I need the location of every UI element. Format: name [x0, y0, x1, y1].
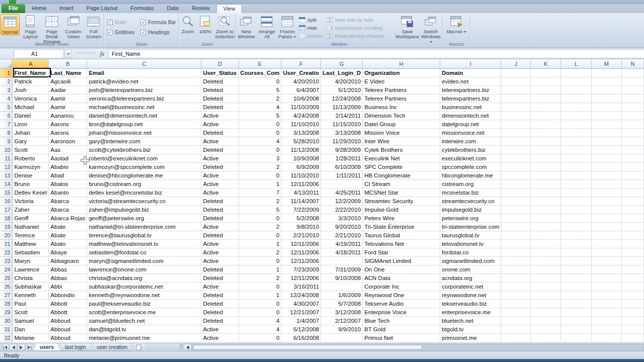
- cell-L12[interactable]: [561, 162, 592, 171]
- unhide-button[interactable]: Unhide: [297, 32, 325, 40]
- column-header-F[interactable]: F: [281, 59, 321, 68]
- cell-D22[interactable]: Active: [201, 248, 238, 256]
- cell-B19[interactable]: Abate: [49, 222, 87, 231]
- insert-worksheet-button[interactable]: [132, 343, 147, 351]
- tab-review[interactable]: Review: [185, 4, 216, 13]
- cell-L20[interactable]: [561, 231, 592, 239]
- cell-K2[interactable]: [531, 77, 561, 85]
- row-header-14[interactable]: 14: [0, 179, 13, 188]
- cell-F7[interactable]: 11/10/2010: [281, 120, 321, 128]
- cell-E26[interactable]: 0: [238, 282, 281, 291]
- cell-E18[interactable]: 0: [238, 214, 281, 222]
- cell-K4[interactable]: [531, 94, 561, 103]
- cell-N1[interactable]: [622, 68, 644, 77]
- save-workspace-button[interactable]: Save Workspace: [395, 14, 419, 39]
- row-header-30[interactable]: 30: [0, 316, 13, 325]
- cell-K11[interactable]: [531, 154, 561, 162]
- cell-K6[interactable]: [531, 111, 561, 120]
- cell-H17[interactable]: Impulse Gold: [363, 205, 440, 214]
- column-header-M[interactable]: M: [591, 59, 621, 68]
- cell-C4[interactable]: veronica@telerexpartners.biz: [87, 94, 201, 103]
- cell-C32[interactable]: melanie@primusnet.me: [87, 333, 201, 342]
- cell-A13[interactable]: Denise: [13, 171, 49, 179]
- cell-J13[interactable]: [501, 171, 531, 179]
- cell-G30[interactable]: 2/12/2007: [321, 316, 363, 325]
- row-header-11[interactable]: 11: [0, 154, 13, 162]
- cell-M31[interactable]: [591, 325, 621, 333]
- cell-E12[interactable]: 2: [238, 162, 281, 171]
- tab-formulas[interactable]: Formulas: [124, 4, 160, 13]
- cell-L14[interactable]: [561, 179, 592, 188]
- cell-M13[interactable]: [591, 171, 621, 179]
- cell-D27[interactable]: Deleted: [201, 291, 238, 299]
- first-sheet-button[interactable]: [2, 344, 9, 350]
- cell-B11[interactable]: Aastad: [49, 154, 87, 162]
- row-header-21[interactable]: 21: [0, 239, 13, 248]
- cell-G14[interactable]: [321, 179, 363, 188]
- cell-E9[interactable]: 4: [238, 137, 281, 145]
- cell-F9[interactable]: 5/28/2010: [281, 137, 321, 145]
- cell-E27[interactable]: 1: [238, 291, 281, 299]
- cell-F20[interactable]: 2/21/2010: [281, 231, 321, 239]
- cell-N32[interactable]: [622, 333, 644, 342]
- cell-G23[interactable]: [321, 256, 363, 265]
- row-header-26[interactable]: 26: [0, 282, 13, 291]
- cell-J21[interactable]: [501, 239, 531, 248]
- cell-I12[interactable]: spccomplete.com: [440, 162, 501, 171]
- cell-F13[interactable]: 11/10/2010: [281, 171, 321, 179]
- cell-L15[interactable]: [561, 188, 592, 197]
- row-header-17[interactable]: 17: [0, 205, 13, 214]
- column-header-J[interactable]: J: [501, 59, 531, 68]
- cell-K27[interactable]: [531, 291, 561, 299]
- cell-E7[interactable]: 0: [238, 120, 281, 128]
- cell-I25[interactable]: acndata.org: [440, 274, 501, 282]
- cell-N15[interactable]: [622, 188, 644, 197]
- cell-E2[interactable]: 0: [238, 77, 281, 85]
- page-layout-view-button[interactable]: Page Layout: [21, 14, 40, 39]
- cell-M20[interactable]: [591, 231, 621, 239]
- cell-M15[interactable]: [591, 188, 621, 197]
- cell-I10[interactable]: cytekbrothers.biz: [440, 145, 501, 154]
- cell-C17[interactable]: zaher@impulsegold.biz: [87, 205, 201, 214]
- tab-scrollbar-splitter[interactable]: [180, 344, 183, 350]
- cell-J18[interactable]: [501, 214, 531, 222]
- cell-E4[interactable]: 2: [238, 94, 281, 103]
- cell-L32[interactable]: [561, 333, 592, 342]
- cell-M32[interactable]: [591, 333, 621, 342]
- cell-N11[interactable]: [622, 154, 644, 162]
- cell-J27[interactable]: [501, 291, 531, 299]
- cell-G15[interactable]: 4/25/2011: [321, 188, 363, 197]
- cell-L30[interactable]: [561, 316, 592, 325]
- cell-C6[interactable]: daniel@dimensiontech.net: [87, 111, 201, 120]
- cell-L5[interactable]: [561, 103, 592, 111]
- hscroll-left-arrow[interactable]: [184, 344, 192, 350]
- cell-C14[interactable]: bruno@cistream.org: [87, 179, 201, 188]
- cell-F11[interactable]: 10/9/2008: [281, 154, 321, 162]
- cell-E16[interactable]: 2: [238, 197, 281, 205]
- cell-I16[interactable]: streamtecsecurity.co: [440, 197, 501, 205]
- cell-M30[interactable]: [591, 316, 621, 325]
- cell-D9[interactable]: Active: [201, 137, 238, 145]
- cell-D20[interactable]: Deleted: [201, 231, 238, 239]
- cell-E30[interactable]: 4: [238, 316, 281, 325]
- cell-K19[interactable]: [531, 222, 561, 231]
- cell-B31[interactable]: Abboud: [49, 325, 87, 333]
- cell-D5[interactable]: Deleted: [201, 103, 238, 111]
- formula-input[interactable]: First_Name: [108, 49, 644, 58]
- cell-K29[interactable]: [531, 308, 561, 316]
- freeze-panes-button[interactable]: Freeze Panes: [278, 14, 297, 39]
- cell-J8[interactable]: [501, 128, 531, 137]
- cell-D14[interactable]: Active: [201, 179, 238, 188]
- column-header-L[interactable]: L: [561, 59, 592, 68]
- cell-H32[interactable]: Primus Net: [363, 333, 440, 342]
- cell-H21[interactable]: Telovations Net: [363, 239, 440, 248]
- cell-I30[interactable]: bluetech.net: [440, 316, 501, 325]
- sheet-tab-last-login[interactable]: last login: [58, 343, 92, 351]
- cell-C28[interactable]: paul@tekserveaudio.biz: [87, 299, 201, 308]
- cell-M11[interactable]: [591, 154, 621, 162]
- cell-D8[interactable]: Deleted: [201, 128, 238, 137]
- cell-K32[interactable]: [531, 333, 561, 342]
- cell-H8[interactable]: Mission Voice: [363, 128, 440, 137]
- cell-A23[interactable]: Maryn: [13, 256, 49, 265]
- cell-A7[interactable]: Liron: [13, 120, 49, 128]
